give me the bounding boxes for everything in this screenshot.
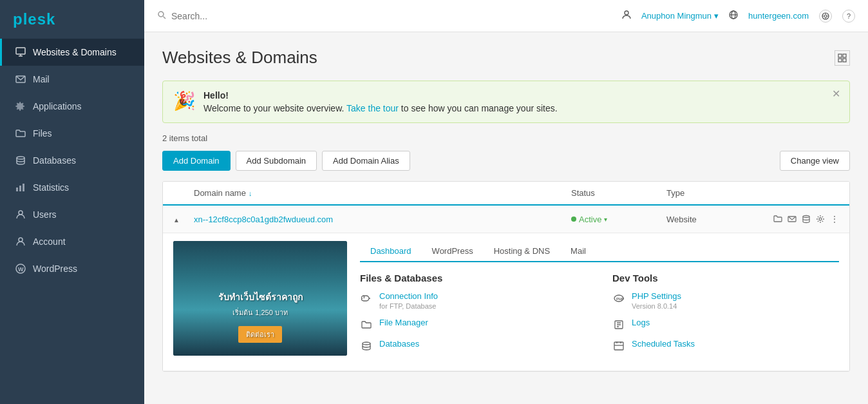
add-domain-button[interactable]: Add Domain <box>162 151 231 171</box>
svg-text:W: W <box>18 266 24 273</box>
sidebar-item-label: Users <box>33 209 57 220</box>
page-title-text: Websites & Domains <box>162 48 317 68</box>
file-manager-action-icon[interactable] <box>773 212 782 226</box>
connection-icon <box>360 292 373 305</box>
svg-point-31 <box>363 342 370 345</box>
svg-rect-5 <box>16 188 18 191</box>
svg-rect-38 <box>614 342 623 350</box>
user-icon <box>15 209 26 220</box>
wordpress-icon: W <box>15 263 26 274</box>
svg-point-19 <box>824 15 827 17</box>
dev-tools-section: Dev Tools PHP PHP Settings Version 8.0.1… <box>612 273 839 360</box>
sidebar-item-label: Websites & Domains <box>33 47 117 57</box>
logs-item[interactable]: Logs <box>612 318 839 331</box>
domain-tabs: Dashboard WordPress Hosting & DNS Mail <box>360 241 839 262</box>
dev-tools-title: Dev Tools <box>612 273 839 284</box>
logs-text: Logs <box>632 318 650 327</box>
scheduled-tasks-icon <box>612 340 625 352</box>
change-view-button[interactable]: Change view <box>780 151 850 171</box>
domain-status-cell: Active ▾ <box>571 215 661 224</box>
file-manager-text: File Manager <box>379 318 428 327</box>
sidebar-item-users[interactable]: Users <box>0 201 144 228</box>
help-icon[interactable]: ? <box>842 10 855 23</box>
global-settings-icon[interactable] <box>819 10 832 23</box>
page-title-row: Websites & Domains <box>162 48 850 68</box>
databases-item[interactable]: Databases <box>360 339 587 352</box>
sidebar-item-label: Account <box>33 236 66 247</box>
tab-mail[interactable]: Mail <box>560 241 596 262</box>
database-action-icon[interactable] <box>802 212 811 226</box>
col-domain-header: Domain name ↓ <box>194 188 566 198</box>
domain-name-cell: xn--12cf8ccp8c0a1gdb2fwdueud.com <box>194 215 566 224</box>
svg-point-8 <box>19 211 23 215</box>
content-area: Websites & Domains 🎉 Hello! Welcome to y… <box>144 32 868 404</box>
more-actions-icon[interactable]: ⋮ <box>830 212 839 226</box>
status-caret-icon[interactable]: ▾ <box>604 216 607 223</box>
status-dot-icon <box>571 216 576 222</box>
add-subdomain-button[interactable]: Add Subdomain <box>236 151 317 171</box>
user-menu[interactable]: Anuphon Mingmun ▾ <box>641 11 719 21</box>
folder-icon <box>15 128 26 139</box>
banner-text: Hello! Welcome to your website overview.… <box>203 90 558 113</box>
person-icon <box>15 236 26 247</box>
sidebar-item-mail[interactable]: Mail <box>0 66 144 93</box>
php-icon: PHP <box>612 292 625 305</box>
user-name: Anuphon Mingmun <box>641 11 712 21</box>
settings-action-icon[interactable] <box>816 212 825 226</box>
svg-point-4 <box>17 157 24 159</box>
collapse-icon[interactable]: ▲ <box>173 214 189 224</box>
sidebar-item-label: Mail <box>33 74 50 84</box>
connection-info-item[interactable]: Connection Info for FTP, Database <box>360 291 587 310</box>
file-manager-item[interactable]: File Manager <box>360 318 587 331</box>
domain-link[interactable]: huntergeen.com <box>748 11 809 21</box>
svg-point-9 <box>19 238 23 242</box>
layout-toggle-icon[interactable] <box>835 50 850 66</box>
files-databases-title: Files & Databases <box>360 273 587 284</box>
files-databases-section: Files & Databases Connection Info for FT… <box>360 273 587 360</box>
sidebar-item-account[interactable]: Account <box>0 228 144 255</box>
svg-point-14 <box>625 11 628 15</box>
close-banner-button[interactable]: ✕ <box>832 88 840 100</box>
search-input[interactable] <box>171 11 364 21</box>
col-status-header: Status <box>571 188 661 198</box>
tab-wordpress[interactable]: WordPress <box>422 241 484 262</box>
domain-type-cell: Website <box>666 215 769 224</box>
svg-rect-24 <box>838 54 842 57</box>
sidebar-item-websites-domains[interactable]: Websites & Domains <box>0 39 144 66</box>
databases-text: Databases <box>379 339 419 349</box>
domain-screenshot: รับทำเว็บไซต์ราคาถูก เริ่มต้น 1,250 บาท … <box>173 241 347 356</box>
domain-expanded-panel: รับทำเว็บไซต์ราคาถูก เริ่มต้น 1,250 บาท … <box>163 233 849 370</box>
svg-rect-26 <box>838 59 842 62</box>
banner-message: Welcome to your website overview. Take t… <box>203 103 558 113</box>
sidebar-item-databases[interactable]: Databases <box>0 147 144 174</box>
user-icon <box>622 10 631 21</box>
svg-point-12 <box>158 12 164 17</box>
svg-rect-27 <box>843 59 846 62</box>
logo-brand: plesk <box>13 10 55 28</box>
domain-name-text[interactable]: xn--12cf8ccp8c0a1gdb2fwdueud.com <box>194 215 333 224</box>
left-buttons: Add Domain Add Subdomain Add Domain Alia… <box>162 151 410 171</box>
domain-row-header: ▲ xn--12cf8ccp8c0a1gdb2fwdueud.com Activ… <box>163 206 849 233</box>
sidebar: plesk Websites & Domains Mail Applicatio… <box>0 0 144 404</box>
action-buttons-row: Add Domain Add Subdomain Add Domain Alia… <box>162 151 850 171</box>
tour-link[interactable]: Take the tour <box>346 103 399 113</box>
scheduled-tasks-item[interactable]: Scheduled Tasks <box>612 339 839 352</box>
mail-action-icon[interactable] <box>788 212 797 226</box>
sidebar-item-statistics[interactable]: Statistics <box>0 174 144 201</box>
databases-icon <box>360 340 373 352</box>
chart-icon <box>15 182 26 193</box>
sidebar-item-wordpress[interactable]: W WordPress <box>0 255 144 282</box>
sort-arrow-icon: ↓ <box>249 189 252 197</box>
tab-hosting-dns[interactable]: Hosting & DNS <box>484 241 560 262</box>
sidebar-item-files[interactable]: Files <box>0 120 144 147</box>
svg-text:PHP: PHP <box>616 297 624 301</box>
tab-dashboard[interactable]: Dashboard <box>360 241 422 262</box>
add-domain-alias-button[interactable]: Add Domain Alias <box>322 151 410 171</box>
logo-text: plesk <box>13 10 55 28</box>
sidebar-item-applications[interactable]: Applications <box>0 93 144 120</box>
banner-emoji: 🎉 <box>173 90 196 111</box>
table-header: Domain name ↓ Status Type <box>163 182 849 206</box>
php-settings-item[interactable]: PHP PHP Settings Version 8.0.14 <box>612 291 839 310</box>
sidebar-item-label: Files <box>33 128 52 139</box>
php-settings-text: PHP Settings Version 8.0.14 <box>632 291 681 310</box>
